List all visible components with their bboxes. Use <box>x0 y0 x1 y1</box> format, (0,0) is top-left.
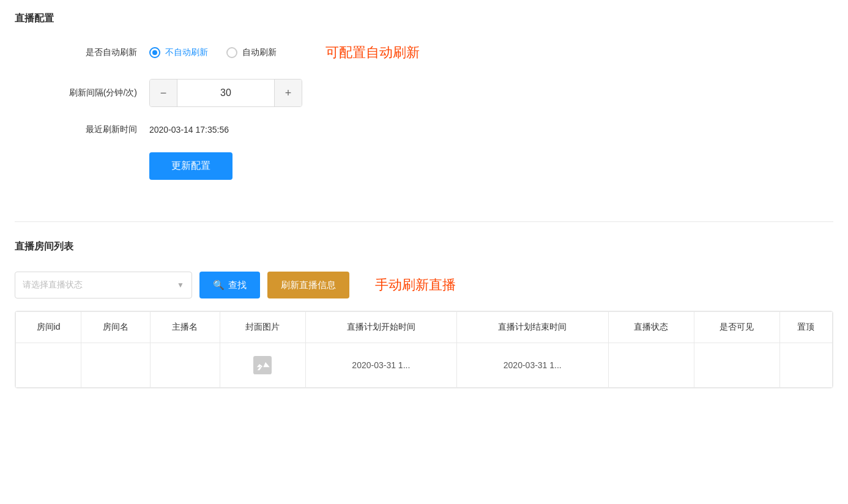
col-name: 房间名 <box>81 312 151 343</box>
room-table-container: 房间id 房间名 主播名 封面图片 直播计划开始时间 直播计划结束时间 直播状态… <box>15 311 833 388</box>
search-icon: 🔍 <box>213 280 225 291</box>
col-visible: 是否可见 <box>694 312 779 343</box>
cell-anchor <box>151 343 220 388</box>
interval-label: 刷新间隔(分钟/次) <box>15 87 137 98</box>
room-table: 房间id 房间名 主播名 封面图片 直播计划开始时间 直播计划结束时间 直播状态… <box>15 311 833 388</box>
interval-input[interactable] <box>177 80 275 106</box>
cell-name <box>81 343 151 388</box>
status-select[interactable]: 请选择直播状态 ▼ <box>15 272 192 298</box>
config-title: 直播配置 <box>15 12 833 25</box>
radio-auto-refresh-circle[interactable] <box>226 47 237 58</box>
auto-refresh-label: 是否自动刷新 <box>15 47 137 58</box>
cell-end-time: 2020-03-31 1... <box>457 343 608 388</box>
config-section: 直播配置 是否自动刷新 不自动刷新 自动刷新 可配置自动刷新 刷新间隔(分钟/次… <box>15 12 833 222</box>
refresh-live-button[interactable]: 刷新直播信息 <box>267 272 349 298</box>
table-header-row: 房间id 房间名 主播名 封面图片 直播计划开始时间 直播计划结束时间 直播状态… <box>16 312 833 343</box>
col-id: 房间id <box>16 312 81 343</box>
last-refresh-time: 2020-03-14 17:35:56 <box>149 125 229 135</box>
auto-refresh-row: 是否自动刷新 不自动刷新 自动刷新 可配置自动刷新 <box>15 43 833 62</box>
col-end-time: 直播计划结束时间 <box>457 312 608 343</box>
col-status: 直播状态 <box>608 312 694 343</box>
radio-no-refresh-label: 不自动刷新 <box>165 47 208 58</box>
update-button-row: 更新配置 <box>15 152 833 180</box>
list-title: 直播房间列表 <box>15 240 833 253</box>
search-button-label: 查找 <box>228 280 247 291</box>
cell-id <box>16 343 81 388</box>
table-row: 2020-03-31 1... 2020-03-31 1... <box>16 343 833 388</box>
update-config-button[interactable]: 更新配置 <box>149 152 232 180</box>
cell-cover <box>220 343 305 388</box>
list-toolbar: 请选择直播状态 ▼ 🔍 查找 刷新直播信息 手动刷新直播 <box>15 272 833 298</box>
search-button[interactable]: 🔍 查找 <box>199 272 260 298</box>
col-anchor: 主播名 <box>151 312 220 343</box>
last-refresh-row: 最近刷新时间 2020-03-14 17:35:56 <box>15 124 833 135</box>
auto-refresh-hint: 可配置自动刷新 <box>325 43 420 62</box>
manual-hint: 手动刷新直播 <box>375 276 456 294</box>
radio-no-refresh-circle[interactable] <box>149 47 160 58</box>
radio-auto-refresh-label: 自动刷新 <box>242 47 277 58</box>
col-top: 置顶 <box>779 312 832 343</box>
list-section: 直播房间列表 请选择直播状态 ▼ 🔍 查找 刷新直播信息 手动刷新直播 房间id <box>15 240 833 388</box>
interval-row: 刷新间隔(分钟/次) − + <box>15 79 833 107</box>
col-start-time: 直播计划开始时间 <box>305 312 456 343</box>
status-select-placeholder: 请选择直播状态 <box>23 280 83 291</box>
refresh-live-button-label: 刷新直播信息 <box>281 280 336 291</box>
cell-start-time: 2020-03-31 1... <box>305 343 456 388</box>
stepper-increase-button[interactable]: + <box>275 80 302 106</box>
stepper-decrease-button[interactable]: − <box>150 80 177 106</box>
cover-image-placeholder <box>225 353 300 377</box>
cell-top <box>779 343 832 388</box>
radio-group: 不自动刷新 自动刷新 <box>149 47 277 58</box>
radio-auto-refresh[interactable]: 自动刷新 <box>226 47 277 58</box>
last-refresh-label: 最近刷新时间 <box>15 124 137 135</box>
cell-status <box>608 343 694 388</box>
col-cover: 封面图片 <box>220 312 305 343</box>
image-icon <box>250 353 275 377</box>
interval-stepper: − + <box>149 79 302 107</box>
radio-no-refresh[interactable]: 不自动刷新 <box>149 47 208 58</box>
chevron-down-icon: ▼ <box>177 281 184 289</box>
cell-visible <box>694 343 779 388</box>
